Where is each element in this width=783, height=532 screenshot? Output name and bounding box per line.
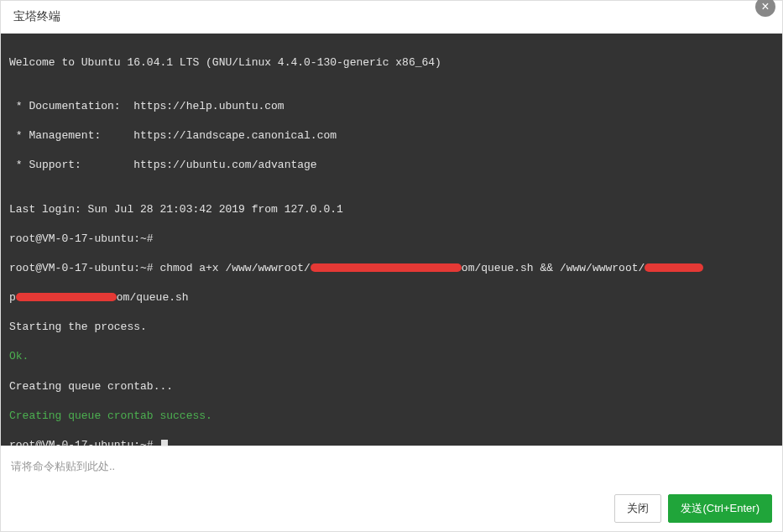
- terminal-line: pom/queue.sh: [9, 290, 774, 305]
- modal-title: 宝塔终端: [13, 9, 60, 24]
- modal-header: 宝塔终端 ×: [1, 1, 782, 34]
- command-input-area: [1, 446, 782, 486]
- terminal-line: * Management: https://landscape.canonica…: [9, 128, 774, 143]
- terminal-output[interactable]: Welcome to Ubuntu 16.04.1 LTS (GNU/Linux…: [1, 34, 782, 446]
- terminal-line: * Documentation: https://help.ubuntu.com: [9, 99, 774, 114]
- terminal-text: root@VM-0-17-ubuntu:~#: [9, 439, 159, 446]
- redacted-text: [311, 263, 462, 272]
- terminal-line: * Support: https://ubuntu.com/advantage: [9, 158, 774, 173]
- terminal-text: om/queue.sh: [117, 291, 189, 304]
- cursor-icon: [161, 440, 168, 446]
- terminal-line: Starting the process.: [9, 320, 774, 335]
- terminal-text: om/queue.sh && /www/wwwroot/: [462, 262, 645, 274]
- terminal-line: root@VM-0-17-ubuntu:~# chmod a+x /www/ww…: [9, 261, 774, 276]
- close-button[interactable]: 关闭: [614, 494, 661, 523]
- button-bar: 关闭 发送(Ctrl+Enter): [1, 486, 782, 531]
- command-input[interactable]: [11, 453, 772, 479]
- terminal-line: Ok.: [9, 349, 774, 364]
- terminal-line: Welcome to Ubuntu 16.04.1 LTS (GNU/Linux…: [9, 55, 774, 70]
- send-button[interactable]: 发送(Ctrl+Enter): [668, 494, 772, 523]
- terminal-line: Creating queue crontab...: [9, 379, 774, 394]
- terminal-modal: 宝塔终端 × Welcome to Ubuntu 16.04.1 LTS (GN…: [0, 0, 783, 532]
- terminal-prompt: root@VM-0-17-ubuntu:~#: [9, 438, 774, 446]
- terminal-line: Creating queue crontab success.: [9, 409, 774, 424]
- terminal-text: root@VM-0-17-ubuntu:~# chmod a+x /www/ww…: [9, 262, 311, 274]
- terminal-prompt: root@VM-0-17-ubuntu:~#: [9, 232, 774, 247]
- redacted-text: [16, 293, 117, 301]
- redacted-text: [645, 263, 703, 272]
- terminal-line: Last login: Sun Jul 28 21:03:42 2019 fro…: [9, 202, 774, 217]
- terminal-text: p: [9, 291, 16, 304]
- close-icon[interactable]: ×: [755, 0, 775, 17]
